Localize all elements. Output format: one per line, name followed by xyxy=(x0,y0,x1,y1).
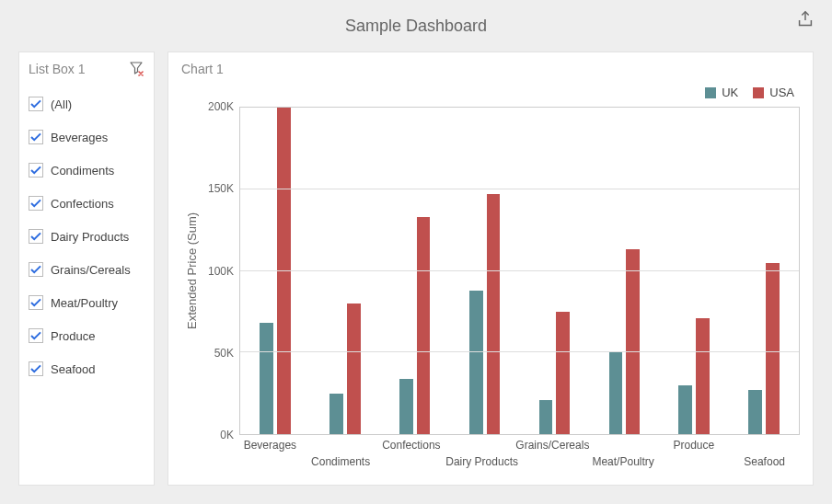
listbox-title: List Box 1 xyxy=(29,62,85,76)
bar-group xyxy=(729,108,799,434)
legend-label-uk: UK xyxy=(722,86,738,99)
chart-legend: UK USA xyxy=(181,82,800,107)
list-item[interactable]: (All) xyxy=(29,87,144,120)
chart-card: Chart 1 UK USA Extended Price (Sum) 0K50… xyxy=(168,52,814,486)
list-item-label: Dairy Products xyxy=(51,230,129,244)
list-item[interactable]: Beverages xyxy=(29,120,144,154)
x-tick-label: Beverages xyxy=(244,439,296,452)
y-tick-label: 100K xyxy=(208,265,234,278)
x-tick-label: Condiments xyxy=(311,455,370,468)
list-item[interactable]: Dairy Products xyxy=(29,220,144,253)
list-item-label: Produce xyxy=(51,329,95,343)
checkbox-icon[interactable] xyxy=(29,262,43,277)
list-item-label: Seafood xyxy=(51,362,95,376)
bar[interactable] xyxy=(539,400,553,434)
y-axis: 0K50K100K150K200K xyxy=(202,107,239,435)
bar[interactable] xyxy=(609,352,623,434)
list-item-label: Grains/Cereals xyxy=(51,263,131,277)
bar[interactable] xyxy=(399,379,413,434)
bar[interactable] xyxy=(329,394,343,434)
list-item-label: Meat/Poultry xyxy=(51,296,118,310)
checkbox-icon[interactable] xyxy=(29,229,43,244)
legend-label-usa: USA xyxy=(769,86,794,99)
list-item[interactable]: Condiments xyxy=(29,154,144,187)
x-tick-label: Meat/Poultry xyxy=(592,455,653,468)
listbox-card: List Box 1 (All)BeveragesCondimentsConfe… xyxy=(18,52,155,486)
page-title: Sample Dashboard xyxy=(345,17,487,36)
x-axis: BeveragesCondimentsConfectionsDairy Prod… xyxy=(235,435,800,475)
dashboard-header: Sample Dashboard xyxy=(18,0,814,52)
checkbox-icon[interactable] xyxy=(29,196,43,211)
bar-group xyxy=(380,108,450,434)
legend-swatch-uk xyxy=(705,87,716,98)
bar[interactable] xyxy=(469,291,483,434)
bar-group xyxy=(450,108,520,434)
list-item[interactable]: Produce xyxy=(29,319,144,352)
export-icon[interactable] xyxy=(795,9,815,29)
checkbox-icon[interactable] xyxy=(29,361,43,376)
legend-item-usa[interactable]: USA xyxy=(753,86,794,99)
x-tick-label: Grains/Cereals xyxy=(515,439,589,452)
bar[interactable] xyxy=(748,390,762,434)
bar[interactable] xyxy=(277,108,291,434)
grid-line xyxy=(240,351,799,352)
list-item[interactable]: Grains/Cereals xyxy=(29,253,144,286)
y-tick-label: 150K xyxy=(208,182,234,195)
bar[interactable] xyxy=(556,312,570,434)
bar[interactable] xyxy=(487,194,501,434)
checkbox-icon[interactable] xyxy=(29,295,43,310)
y-tick-label: 50K xyxy=(214,347,234,360)
bars-layer xyxy=(240,108,799,434)
bar[interactable] xyxy=(696,318,710,434)
list-item-label: Confections xyxy=(51,197,114,211)
list-item[interactable]: Confections xyxy=(29,187,144,220)
listbox-header: List Box 1 xyxy=(29,62,144,76)
clear-filter-icon[interactable] xyxy=(130,62,144,76)
grid-line xyxy=(240,189,799,189)
bar[interactable] xyxy=(417,217,431,434)
plot-area: Extended Price (Sum) 0K50K100K150K200K xyxy=(181,107,800,435)
chart-plot[interactable] xyxy=(239,107,800,435)
checkbox-icon[interactable] xyxy=(29,130,43,144)
list-item-label: Beverages xyxy=(51,131,108,144)
bar[interactable] xyxy=(678,385,692,434)
checkbox-icon[interactable] xyxy=(29,97,43,111)
list-item-label: Condiments xyxy=(51,164,114,178)
checkbox-icon[interactable] xyxy=(29,328,43,343)
x-tick-label: Produce xyxy=(674,439,715,452)
dashboard-root: Sample Dashboard List Box 1 (All)Beverag… xyxy=(0,0,832,504)
dashboard-content: List Box 1 (All)BeveragesCondimentsConfe… xyxy=(18,52,814,486)
checkbox-icon[interactable] xyxy=(29,163,43,178)
bar[interactable] xyxy=(766,263,780,434)
grid-line xyxy=(240,270,799,271)
list-item-label: (All) xyxy=(51,97,72,111)
bar[interactable] xyxy=(626,249,640,434)
list-item[interactable]: Meat/Poultry xyxy=(29,286,144,319)
bar-group xyxy=(310,108,380,434)
bar[interactable] xyxy=(260,323,273,434)
x-tick-label: Dairy Products xyxy=(445,455,518,468)
x-tick-label: Seafood xyxy=(744,455,785,468)
y-axis-label: Extended Price (Sum) xyxy=(181,107,202,435)
y-tick-label: 0K xyxy=(220,429,234,441)
bar-group xyxy=(520,108,590,434)
bar-group xyxy=(659,108,729,434)
chart-title: Chart 1 xyxy=(181,62,800,76)
listbox-items: (All)BeveragesCondimentsConfectionsDairy… xyxy=(29,87,144,385)
y-tick-label: 200K xyxy=(208,100,234,113)
x-tick-label: Confections xyxy=(382,439,440,452)
bar[interactable] xyxy=(347,304,361,434)
legend-swatch-usa xyxy=(753,87,764,98)
list-item[interactable]: Seafood xyxy=(29,352,144,385)
bar-group xyxy=(589,108,659,434)
bar-group xyxy=(240,108,310,434)
legend-item-uk[interactable]: UK xyxy=(705,86,738,99)
